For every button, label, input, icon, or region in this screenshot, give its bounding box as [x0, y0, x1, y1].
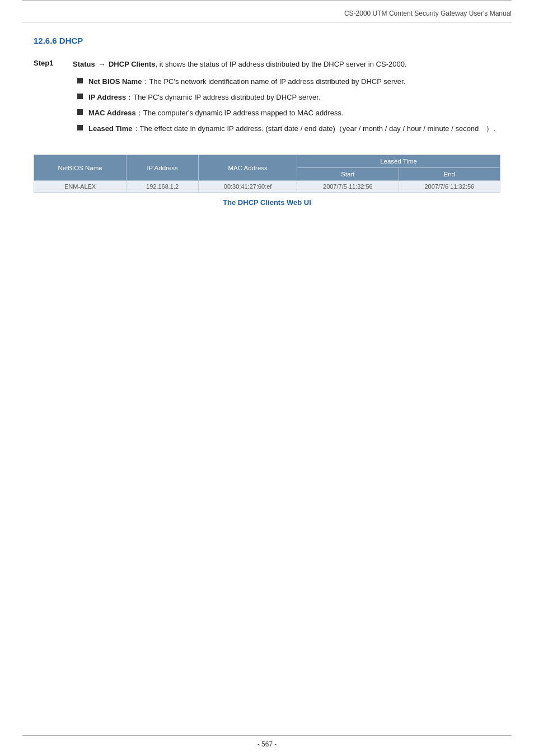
step1-rest: , it shows the status of IP address dist… — [156, 60, 407, 68]
table-wrapper: NetBIOS Name IP Address MAC Address Leas… — [34, 155, 500, 207]
step1-label: Step1 — [34, 59, 73, 139]
bullet-text: Leased Time：The effect date in dynamic I… — [88, 123, 500, 134]
bullet-text: IP Address：The PC's dynamic IP address d… — [88, 92, 500, 103]
col-start: Start — [297, 168, 399, 181]
step1-bold1: Status — [73, 60, 95, 68]
bullet-text: Net BIOS Name：The PC's network identific… — [88, 76, 500, 87]
col-leased-time: Leased Time — [297, 155, 500, 168]
cell-netbios: ENM-ALEX — [34, 181, 127, 193]
section-title: 12.6.6 DHCP — [34, 36, 500, 45]
bullet-icon — [77, 125, 83, 130]
bullet-icon — [77, 109, 83, 115]
table-header-group: NetBIOS Name IP Address MAC Address Leas… — [34, 155, 500, 168]
dhcp-table: NetBIOS Name IP Address MAC Address Leas… — [34, 155, 500, 193]
step1-bold2: DHCP Clients — [109, 60, 156, 68]
col-mac: MAC Address — [199, 155, 297, 181]
bullet-item: MAC Address：The computer's dynamic IP ad… — [77, 108, 500, 119]
step1-row: Step1 Status → DHCP Clients, it shows th… — [34, 59, 500, 139]
footer-page: - 567 - — [0, 740, 534, 748]
bullet-item: IP Address：The PC's dynamic IP address d… — [77, 92, 500, 103]
bullet-list: Net BIOS Name：The PC's network identific… — [73, 76, 500, 135]
bullet-item: Leased Time：The effect date in dynamic I… — [77, 123, 500, 134]
table-caption: The DHCP Clients Web UI — [34, 198, 500, 207]
col-ip: IP Address — [127, 155, 199, 181]
table-row: ENM-ALEX192.168.1.200:30:41:27:60:ef2007… — [34, 181, 500, 193]
step1-content: Status → DHCP Clients, it shows the stat… — [73, 59, 500, 139]
bullet-text: MAC Address：The computer's dynamic IP ad… — [88, 108, 500, 119]
step1-arrow: → — [98, 60, 105, 68]
cell-mac: 00:30:41:27:60:ef — [199, 181, 297, 193]
bullet-icon — [77, 78, 83, 83]
table-body: ENM-ALEX192.168.1.200:30:41:27:60:ef2007… — [34, 181, 500, 193]
bullet-item: Net BIOS Name：The PC's network identific… — [77, 76, 500, 87]
footer-divider — [22, 735, 512, 736]
cell-ip: 192.168.1.2 — [127, 181, 199, 193]
cell-start: 2007/7/5 11:32:56 — [297, 181, 399, 193]
col-netbios: NetBIOS Name — [34, 155, 127, 181]
cell-end: 2007/7/6 11:32:56 — [399, 181, 500, 193]
bullet-icon — [77, 94, 83, 99]
header-title: CS-2000 UTM Content Security Gateway Use… — [344, 10, 512, 17]
col-end: End — [399, 168, 500, 181]
